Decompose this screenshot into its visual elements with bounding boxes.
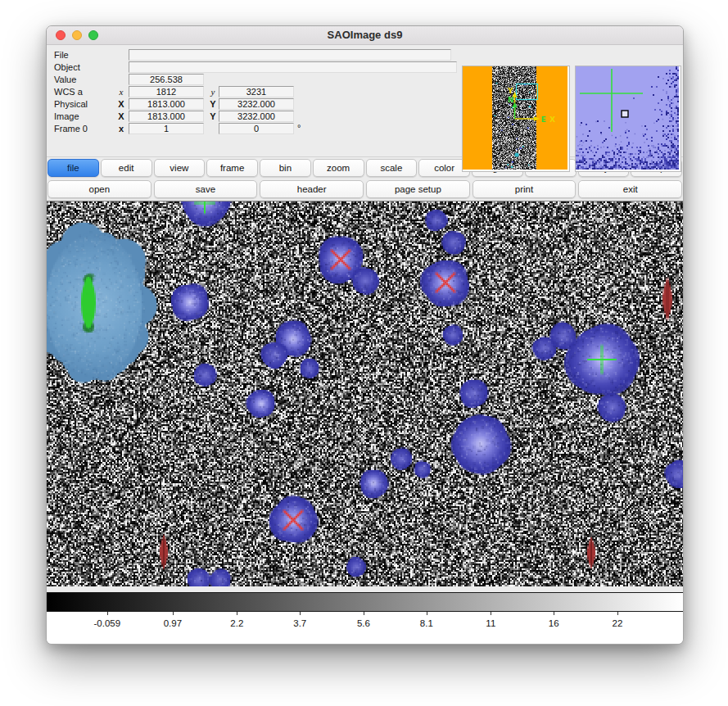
tick-label: 16 [549,618,559,628]
tick-label: 8.1 [420,618,433,628]
physical-row: Physical X 1813.000 Y 3232.000 [47,98,460,111]
header-button[interactable]: header [260,180,364,198]
degree-symbol: ° [297,123,301,133]
open-button[interactable]: open [47,180,151,198]
tick-label: 3.7 [293,618,306,628]
titlebar: SAOImage ds9 [47,26,683,45]
wcs-row: WCS a x 1812 y 3231 [47,86,460,98]
tick-mark [107,612,108,615]
image-x-label: X [115,111,127,121]
wcs-label: WCS a [54,87,83,97]
image-display-area [47,201,683,586]
tick-mark [491,612,491,615]
info-panel: File Object Value 256.538 WCS a x 1812 y… [47,45,683,157]
page-setup-button[interactable]: page setup [366,180,470,198]
window-title: SAOImage ds9 [47,26,683,44]
object-row: Object [47,61,460,74]
menu-zoom-button[interactable]: zoom [313,159,364,177]
object-field [129,61,457,73]
frame-x-field: 1 [129,123,204,134]
panner-canvas[interactable] [463,66,567,170]
exit-button[interactable]: exit [578,180,682,198]
colorbar-gradient[interactable] [47,592,683,612]
menu-view-button[interactable]: view [154,159,206,177]
colorbar-gap [47,586,683,592]
tick-label: 0.97 [164,618,182,628]
image-row: Image X 1813.000 Y 3232.000 [47,111,460,123]
physical-y-field: 3232.000 [219,98,294,110]
physical-y-label: Y [207,99,219,109]
zoom-window-button[interactable] [88,30,98,40]
tick-mark [427,612,427,615]
desktop-background: SAOImage ds9 File Object Value 256.538 W… [0,0,728,706]
menu-bin-button[interactable]: bin [260,159,311,177]
panner[interactable] [462,66,570,172]
frame-x-label: x [115,124,127,134]
menu-file-button[interactable]: file [47,159,99,177]
physical-x-field: 1813.000 [129,98,204,110]
ds9-window: SAOImage ds9 File Object Value 256.538 W… [46,25,684,645]
file-buttonbar: open save header page setup print exit [47,179,683,201]
menu-edit-button[interactable]: edit [101,159,152,177]
magnifier[interactable] [575,66,681,172]
tick-mark [364,612,364,615]
wcs-x-field: 1812 [129,86,204,97]
value-label: Value [54,75,76,84]
image-y-field: 3232.000 [219,111,294,122]
object-label: Object [54,62,80,72]
menu-frame-button[interactable]: frame [206,159,258,177]
colorbar-scale: -0.059 0.97 2.2 3.7 5.6 8.1 11 16 22 [47,612,683,644]
value-row: Value 256.538 [47,74,460,86]
wcs-x-label: x [115,87,127,97]
wcs-y-field: 3231 [219,86,294,97]
magnifier-canvas[interactable] [576,66,679,170]
tick-label: 5.6 [357,618,370,628]
image-x-field: 1813.000 [129,111,204,122]
close-button[interactable] [56,30,66,40]
wcs-y-label: y [207,87,219,97]
frame-row: Frame 0 x 1 0 ° [47,123,460,135]
tick-mark [617,612,618,615]
physical-x-label: X [115,99,127,109]
tick-label: 11 [486,618,495,628]
frame-rotation-field: 0 [219,123,294,134]
image-y-label: Y [207,111,219,121]
tick-mark [300,612,301,615]
tick-label: -0.059 [94,618,121,628]
main-image-canvas[interactable] [47,201,683,586]
save-button[interactable]: save [154,180,258,198]
menu-scale-button[interactable]: scale [366,159,418,177]
coordinate-readouts: File Object Value 256.538 WCS a x 1812 y… [47,49,460,135]
file-row: File [47,49,460,61]
tick-label: 2.2 [230,618,243,628]
tick-label: 22 [613,618,623,628]
image-label: Image [54,111,79,121]
tick-mark [237,612,237,615]
minimize-button[interactable] [72,30,82,40]
file-label: File [54,50,69,60]
frame-label: Frame 0 [54,124,88,134]
tick-mark [173,612,174,615]
tick-mark [554,612,554,615]
print-button[interactable]: print [473,180,577,198]
value-field: 256.538 [129,74,204,85]
file-field [129,49,451,61]
physical-label: Physical [54,99,88,109]
